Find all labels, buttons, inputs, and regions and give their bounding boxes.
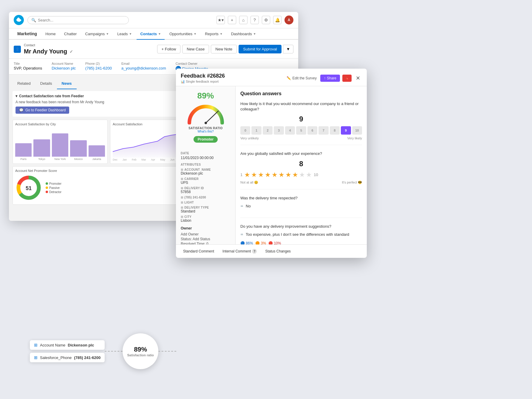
owner-section: Owner Add Owner Status: Add Status Resol… [181,226,231,244]
modal-subtitle: 📊 Single feedback report [181,80,225,84]
star-2[interactable]: ★ [251,171,257,179]
attr-phone: ⊞(785) 241-6200 [181,196,231,199]
collapse-icon[interactable]: ▾ [16,94,17,98]
nps-5[interactable]: 5 [296,126,306,135]
settings-icon[interactable]: ⚙ [262,16,270,24]
star-6[interactable]: ★ [279,171,284,179]
new-note-button[interactable]: New Note [211,45,237,53]
star-8[interactable]: ★ [292,171,298,179]
nav-chatter[interactable]: Chatter [61,29,81,40]
stars: ★ ★ ★ ★ ★ ★ ★ ★ ★ ★ [244,171,312,179]
user-avatar[interactable]: A [284,16,293,24]
nav-opportunities[interactable]: Opportunities ▼ [166,29,200,40]
nps-1[interactable]: 1 [251,126,261,135]
nav-leads[interactable]: Leads ▼ [114,29,135,40]
notifications-icon[interactable]: 🔔 [273,16,282,24]
nps-2[interactable]: 2 [263,126,273,135]
tab-news[interactable]: News [57,78,77,89]
edit-survey-button[interactable]: ✏️ Edit the Survey [285,75,318,81]
text-answer-3: ❝ No [240,204,362,210]
gauge-label: SATISFACTION RATIO [181,127,231,130]
quote-icon: ❝ [240,232,243,239]
submit-approval-button[interactable]: Submit for Approval [239,45,281,53]
share-button[interactable]: ↑ Share [320,75,340,82]
quote-icon: ❝ [240,204,243,210]
promoter-badge: Promoter [194,136,218,143]
attr-icon: ⊞ [181,206,183,209]
bar-newyork: New York [52,133,68,161]
nps-labels: Very unlikely Very likely [240,136,362,140]
home-icon[interactable]: ⌂ [239,16,248,24]
topbar-icons: ★▾ + ⌂ ? ⚙ 🔔 A [216,16,293,24]
field-title: Title SVP, Operations [14,62,42,71]
account-name-card: ⊞ Account Name Dickenson plc [30,340,105,350]
news-header: ▾ Contact Satisfaction rate from Feedier [16,94,202,98]
feedier-dashboard-button[interactable]: 💬 Go to Feedier Dashboard [16,107,69,114]
search-icon: 🔍 [31,18,36,22]
nav-home[interactable]: Home [42,29,59,40]
nps-4[interactable]: 4 [285,126,295,135]
modal-title-section: Feedback #26826 📊 Single feedback report [181,73,225,84]
attr-account-name: ⊞ACCOUNT_NAME Dickenson plc [181,168,231,175]
nav-campaigns[interactable]: Campaigns ▼ [81,29,112,40]
attributes-section: Attributes ⊞ACCOUNT_NAME Dickenson plc ⊞… [181,163,231,223]
follow-button[interactable]: + Follow [157,45,181,53]
tab-details[interactable]: Details [35,78,57,89]
attr-icon: ⊞ [181,187,183,190]
nps-9[interactable]: 9 [341,126,351,135]
donut-center-value: 51 [26,185,32,191]
star-7[interactable]: ★ [285,171,291,179]
verified-icon: ✓ [69,49,73,54]
topbar: 🔍 ★▾ + ⌂ ? ⚙ 🔔 A [9,12,298,28]
date-row: DATE 11/01/2023 00:00:00 [181,152,231,160]
star-10[interactable]: ★ [306,171,312,179]
nps-10[interactable]: 10 [352,126,362,135]
text-answer-4: ❝ Too expensive, plus I don't see the di… [240,232,362,239]
close-button[interactable]: ✕ [354,74,362,82]
star-9[interactable]: ★ [299,171,305,179]
svg-line-4 [206,111,218,123]
attr-carrier: ⊞CARRIER UPS [181,177,231,185]
star-3[interactable]: ★ [258,171,264,179]
tab-related[interactable]: Related [13,78,35,89]
field-icon: ⊞ [34,355,38,360]
more-actions-button[interactable]: ▼ [283,45,293,53]
bookmark-button[interactable]: 🔖 [342,75,352,82]
nps-0[interactable]: 0 [240,126,250,135]
help-icon[interactable]: ? [250,16,259,24]
standard-comment-button[interactable]: Standard Comment [181,248,216,255]
star-4[interactable]: ★ [265,171,271,179]
contact-icon: 👤 [14,46,21,53]
add-icon[interactable]: + [228,16,236,24]
bar-chart-card: Account Satisfaction by City Paris Tokyo [13,120,108,164]
promoter-dot [46,182,48,185]
new-case-button[interactable]: New Case [182,45,209,53]
question-3: Was the delivery time respected? ❝ No [240,195,362,218]
feedier-icon: 💬 [19,108,24,112]
nps-8[interactable]: 8 [330,126,340,135]
search-input[interactable] [38,18,125,22]
dashed-line-right [158,351,176,352]
search-bar[interactable]: 🔍 [27,16,129,24]
gauge-link[interactable]: What's this? [181,130,231,133]
nps-7[interactable]: 7 [318,126,328,135]
record-header: 👤 Contact Mr Andy Young ✓ + Follow New C… [9,40,298,59]
star-5[interactable]: ★ [272,171,278,179]
dashed-connector-left [105,351,123,352]
favorites-icon[interactable]: ★▾ [216,16,225,24]
floating-cards: ⊞ Account Name Dickenson plc ⊞ Salesforc… [30,340,105,362]
dashed-connector-right [158,351,176,352]
star-1[interactable]: ★ [244,171,250,179]
status-changes-button[interactable]: Status Changes [263,248,293,255]
internal-comment-button[interactable]: Internal Comment ? [220,248,259,255]
phone-card: ⊞ Salesforce_Phone (785) 241-6200 [30,353,105,362]
dashed-line-left [105,351,123,352]
nps-3[interactable]: 3 [274,126,284,135]
nav-dashboards[interactable]: Dashboards ▼ [228,29,260,40]
nav-reports[interactable]: Reports ▼ [201,29,226,40]
question-2-text: Are you globally satisfied with your exp… [240,151,362,156]
nav-contacts[interactable]: Contacts ▼ [137,29,165,40]
question-1-text: How likely is it that you would recommen… [240,101,362,112]
nps-6[interactable]: 6 [307,126,317,135]
donut-svg-container: 51 [15,174,42,202]
